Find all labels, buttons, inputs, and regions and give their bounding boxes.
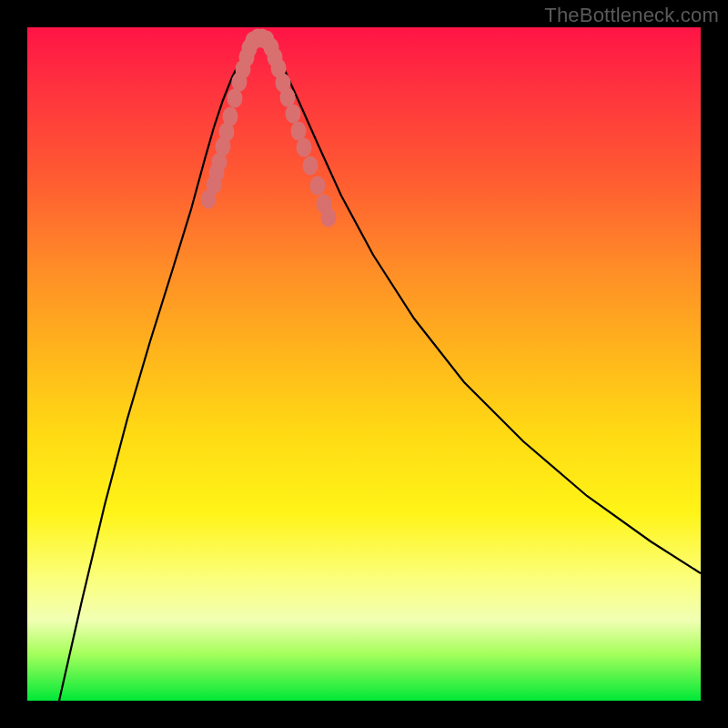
marker-point: [303, 157, 318, 176]
marker-point: [223, 107, 238, 126]
marker-point: [228, 89, 243, 108]
points-layer: [27, 27, 701, 701]
plot-area: [27, 27, 701, 701]
watermark-text: TheBottleneck.com: [544, 4, 719, 27]
marker-point: [280, 88, 296, 107]
chart-canvas: TheBottleneck.com: [0, 0, 728, 728]
marker-cluster-group: [201, 29, 337, 228]
marker-point: [321, 208, 337, 228]
marker-point: [286, 105, 301, 124]
marker-point: [297, 138, 312, 157]
marker-point: [310, 177, 326, 196]
marker-point: [291, 122, 307, 141]
